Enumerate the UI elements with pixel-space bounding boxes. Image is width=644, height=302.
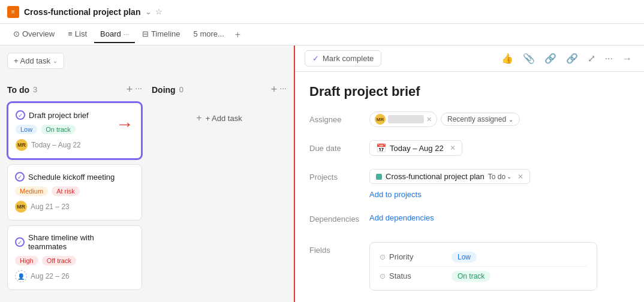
- status-field-label: ⊙ Status: [380, 271, 452, 280]
- tab-board[interactable]: Board ···: [94, 26, 135, 43]
- project-chip[interactable]: Cross-functional project plan To do ⌄ ✕: [369, 169, 530, 184]
- link-icon[interactable]: 🔗: [542, 50, 559, 67]
- task-card-kickoff[interactable]: ✓ Schedule kickoff meeting Medium At ris…: [7, 164, 142, 221]
- projects-value: Cross-functional project plan To do ⌄ ✕: [369, 169, 530, 184]
- tag-off-track-timeline: Off track: [42, 256, 76, 265]
- top-bar: ≡ Cross-functional project plan ⌄ ☆: [0, 0, 644, 24]
- due-date-row: Due date 📅 Today – Aug 22 ✕: [309, 140, 630, 159]
- more-icon[interactable]: ···: [603, 51, 615, 67]
- task-meta-timeline: 👤 Aug 22 – 26: [15, 270, 134, 282]
- add-dependencies-link[interactable]: Add dependencies: [369, 211, 434, 225]
- projects-row: Projects Cross-functional project plan T…: [309, 169, 630, 201]
- fields-row: Fields ⊙ Priority Low ⊙: [309, 240, 630, 291]
- priority-value[interactable]: Low: [452, 252, 477, 261]
- detail-panel: ✓ Mark complete 👍 📎 🔗 🔗 ⤢ ··· → Draft pr…: [294, 46, 644, 302]
- assignee-chip[interactable]: MR ✕: [369, 111, 437, 127]
- tag-high-timeline: High: [15, 256, 38, 265]
- column-doing: Doing 0 + ··· → + + Add task: [152, 83, 287, 295]
- add-task-button[interactable]: + Add task ⌄: [7, 53, 64, 69]
- column-todo-header: To do 3 + ···: [7, 83, 142, 96]
- task-title-kickoff: ✓ Schedule kickoff meeting: [15, 172, 134, 182]
- attachment-icon[interactable]: 📎: [520, 50, 537, 67]
- status-icon: ⊙: [380, 272, 386, 280]
- expand-icon[interactable]: ⤢: [585, 50, 598, 67]
- tab-more[interactable]: 5 more...: [188, 26, 230, 43]
- check-icon: ✓: [312, 54, 319, 63]
- tag-medium-kickoff: Medium: [15, 186, 48, 196]
- add-column-icon[interactable]: +: [127, 83, 133, 96]
- board-columns: To do 3 + ··· ✓ Draft project brief: [7, 83, 287, 295]
- status-row: ⊙ Status On track: [370, 267, 597, 285]
- doing-menu-icon[interactable]: ···: [279, 83, 287, 96]
- dependencies-label: Dependencies: [309, 211, 369, 224]
- assignee-label: Assignee: [309, 111, 369, 124]
- add-task-chevron: ⌄: [53, 58, 58, 64]
- add-doing-icon[interactable]: +: [271, 83, 278, 96]
- nav-tabs: ⊙ Overview ≡ List Board ··· ⊟ Timeline 5…: [0, 24, 644, 46]
- recently-assigned-button[interactable]: Recently assigned ⌄: [441, 113, 520, 126]
- tag-low-draft: Low: [16, 125, 37, 134]
- assignee-remove-icon[interactable]: ✕: [426, 116, 432, 123]
- priority-tag: Low: [452, 252, 477, 262]
- column-menu-icon[interactable]: ···: [135, 83, 142, 96]
- priority-row: ⊙ Priority Low: [370, 247, 597, 266]
- project-remove-icon[interactable]: ✕: [517, 173, 523, 181]
- star-icon[interactable]: ☆: [155, 7, 162, 16]
- task-check-draft[interactable]: ✓: [16, 110, 25, 120]
- list-icon: ≡: [68, 29, 73, 38]
- detail-title: Draft project brief: [309, 84, 630, 99]
- tag-on-track-draft: On track: [41, 125, 76, 134]
- project-status-dropdown[interactable]: To do ⌄: [488, 173, 511, 181]
- add-to-projects-link[interactable]: Add to projects: [369, 188, 530, 201]
- board-panel: + Add task ⌄ To do 3 + ···: [0, 46, 294, 302]
- dependencies-value: Add dependencies: [369, 211, 434, 225]
- arrow-icon: →: [116, 114, 134, 134]
- tab-timeline[interactable]: ⊟ Timeline: [136, 26, 186, 43]
- add-task-doing-button[interactable]: + + Add task: [194, 108, 244, 128]
- board-tab-dots: ···: [124, 31, 129, 38]
- assignee-avatar: MR: [375, 114, 386, 125]
- column-todo-count: 3: [33, 85, 37, 94]
- column-todo-title: To do: [7, 85, 29, 95]
- task-check-timeline[interactable]: ✓: [15, 237, 25, 247]
- task-card-timeline[interactable]: ✓ Share timeline with teammates High Off…: [7, 225, 142, 290]
- main-area: + Add task ⌄ To do 3 + ···: [0, 46, 644, 302]
- tab-overview[interactable]: ⊙ Overview: [7, 26, 61, 43]
- priority-field-label: ⊙ Priority: [380, 252, 452, 261]
- detail-content: Draft project brief Assignee MR ✕ Recent…: [295, 72, 644, 302]
- due-date-remove-icon[interactable]: ✕: [450, 144, 456, 152]
- task-tags-kickoff: Medium At risk: [15, 186, 134, 196]
- timeline-icon: ⊟: [142, 29, 149, 38]
- tag-at-risk-kickoff: At risk: [52, 186, 80, 196]
- column-todo-actions: + ···: [127, 83, 142, 96]
- fields-container: ⊙ Priority Low ⊙ Status: [369, 242, 597, 291]
- dropdown-icon[interactable]: ⌄: [145, 7, 152, 16]
- column-doing-actions: + ···: [271, 83, 287, 96]
- due-date-chip[interactable]: 📅 Today – Aug 22 ✕: [369, 140, 462, 156]
- status-chevron-icon: ⌄: [507, 173, 511, 180]
- task-check-kickoff[interactable]: ✓: [15, 172, 25, 182]
- due-date-value: 📅 Today – Aug 22 ✕: [369, 140, 462, 156]
- title-icons: ⌄ ☆: [145, 7, 162, 16]
- thumbs-up-icon[interactable]: 👍: [499, 50, 516, 67]
- assignee-row: Assignee MR ✕ Recently assigned ⌄: [309, 111, 630, 131]
- close-panel-icon[interactable]: →: [620, 51, 634, 67]
- share-icon[interactable]: 🔗: [564, 50, 580, 67]
- projects-label: Projects: [309, 169, 369, 182]
- column-doing-count: 0: [179, 85, 183, 94]
- priority-icon: ⊙: [380, 253, 386, 261]
- fields-label: Fields: [309, 240, 369, 255]
- app-icon: ≡: [7, 6, 19, 18]
- status-value[interactable]: On track: [452, 271, 490, 280]
- avatar-draft: MR: [16, 139, 28, 151]
- assignee-value: MR ✕ Recently assigned ⌄: [369, 111, 520, 127]
- column-doing-header: Doing 0 + ···: [152, 83, 287, 96]
- calendar-icon: 📅: [376, 143, 386, 153]
- task-meta-kickoff: MR Aug 21 – 23: [15, 201, 134, 213]
- tab-list[interactable]: ≡ List: [62, 26, 93, 43]
- add-tab-button[interactable]: +: [231, 29, 244, 40]
- project-title: Cross-functional project plan: [24, 7, 140, 17]
- overview-icon: ⊙: [13, 29, 20, 38]
- mark-complete-button[interactable]: ✓ Mark complete: [305, 50, 381, 67]
- task-meta-draft: MR Today – Aug 22: [16, 139, 134, 151]
